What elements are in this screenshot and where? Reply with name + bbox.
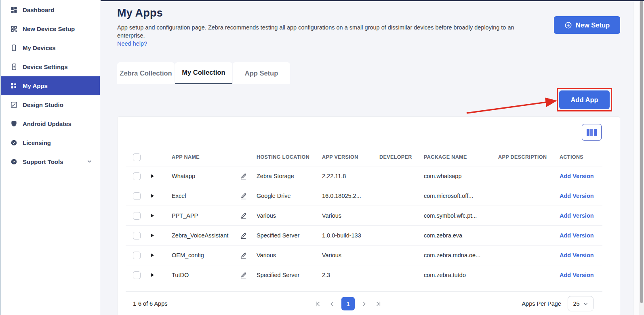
need-help-link[interactable]: Need help? (117, 40, 147, 48)
top-accent-strip (101, 0, 644, 1)
verified-badge-icon (10, 139, 18, 147)
row-checkbox[interactable] (133, 271, 141, 279)
qr-code-icon (10, 25, 18, 33)
columns-icon (587, 129, 589, 136)
edit-icon[interactable] (240, 271, 247, 279)
scrollbar[interactable] (639, 0, 644, 315)
dashboard-icon (10, 6, 18, 14)
add-version-link[interactable]: Add Version (560, 193, 594, 199)
page-description: App setup and configuration page. Zebra … (117, 23, 537, 40)
screen-left-edge (0, 0, 1, 315)
expand-row-icon[interactable] (151, 253, 154, 257)
sidebar-item-android-updates[interactable]: Android Updates (0, 114, 100, 133)
sidebar-item-my-devices[interactable]: My Devices (0, 38, 100, 57)
app-version: Various (322, 252, 379, 258)
edit-icon[interactable] (240, 172, 247, 180)
add-version-link[interactable]: Add Version (560, 212, 594, 219)
row-checkbox[interactable] (133, 192, 141, 200)
edit-icon[interactable] (240, 252, 247, 259)
row-checkbox[interactable] (133, 252, 141, 259)
expand-row-icon[interactable] (151, 214, 154, 218)
per-page-control: Apps Per Page 25 (522, 296, 593, 311)
edit-icon[interactable] (240, 192, 247, 200)
app-name: TutDO (172, 272, 240, 278)
sidebar-item-new-device-setup[interactable]: New Device Setup (0, 19, 100, 38)
expand-row-icon[interactable] (151, 233, 154, 237)
help-circle-icon: ? (10, 158, 18, 166)
sidebar-item-label: Device Settings (23, 63, 68, 70)
add-version-link[interactable]: Add Version (560, 252, 594, 258)
sidebar-item-label: Android Updates (23, 120, 72, 127)
app-version: 16.0.18025.2... (322, 193, 379, 199)
sidebar-item-label: New Device Setup (23, 25, 75, 32)
add-version-link[interactable]: Add Version (560, 173, 594, 179)
page-title: My Apps (117, 7, 620, 19)
app-name: Excel (172, 193, 240, 199)
sidebar-item-label: Design Studio (23, 101, 63, 108)
per-page-label: Apps Per Page (522, 300, 561, 307)
sidebar-item-label: My Apps (23, 82, 48, 89)
add-app-button[interactable]: Add App (559, 90, 610, 109)
sidebar-item-licensing[interactable]: Licensing (0, 133, 100, 152)
tab-my-collection[interactable]: My Collection (175, 62, 232, 84)
sidebar-item-dashboard[interactable]: Dashboard (0, 0, 100, 19)
table-footer: 1-6 of 6 Apps 1 (126, 291, 602, 315)
sidebar-item-label: My Devices (23, 44, 56, 51)
app-name: OEM_config (172, 252, 240, 258)
last-page-button[interactable] (373, 298, 384, 309)
apps-table-card: APP NAME HOSTING LOCATION APP VERSION DE… (117, 116, 620, 315)
table-row: Excel Google Drive 16.0.18025.2... com.m… (126, 186, 602, 206)
sidebar-item-label: Dashboard (23, 6, 54, 13)
smartphone-icon (10, 44, 18, 52)
app-version: 2.3 (322, 272, 379, 278)
row-checkbox[interactable] (133, 232, 141, 239)
package-name: com.whatsapp (424, 173, 498, 179)
edit-icon[interactable] (240, 232, 247, 239)
add-version-link[interactable]: Add Version (560, 232, 594, 239)
new-setup-button[interactable]: New Setup (554, 16, 620, 34)
column-header-developer: DEVELOPER (379, 154, 424, 160)
sidebar-item-device-settings[interactable]: Device Settings (0, 57, 100, 76)
table-row: Whatapp Zebra Storage 2.22.11.8 com.what… (126, 166, 602, 186)
chevron-down-icon (86, 158, 93, 166)
hosting-location: Zebra Storage (257, 173, 322, 179)
column-header-app-description: APP DESCRIPTION (498, 154, 560, 160)
row-checkbox[interactable] (133, 212, 141, 220)
current-page-button[interactable]: 1 (341, 297, 355, 311)
design-cursor-icon (10, 101, 18, 109)
expand-row-icon[interactable] (151, 174, 154, 178)
device-settings-icon (10, 63, 18, 71)
tab-app-setup[interactable]: App Setup (233, 62, 290, 84)
package-name: com.symbol.wfc.pt... (424, 212, 498, 219)
package-name: com.microsoft.off... (424, 193, 498, 199)
edit-icon[interactable] (240, 212, 247, 220)
expand-row-icon[interactable] (151, 273, 154, 277)
annotation-arrow (465, 96, 566, 116)
add-version-link[interactable]: Add Version (560, 272, 594, 278)
apps-icon (10, 82, 18, 90)
per-page-select[interactable]: 25 (568, 296, 593, 311)
scrollbar-gutter (633, 0, 639, 315)
pagination: 1 (312, 297, 384, 311)
plus-circle-icon (564, 21, 572, 29)
scrollbar-thumb[interactable] (640, 1, 643, 303)
shield-icon (10, 120, 18, 128)
package-name: com.zebra.mdna.oe... (424, 252, 498, 258)
next-page-button[interactable] (359, 298, 369, 309)
svg-text:?: ? (13, 160, 15, 164)
hosting-location: Various (257, 252, 322, 258)
hosting-location: Google Drive (257, 193, 322, 199)
sidebar-item-support-tools[interactable]: ? Support Tools (0, 152, 100, 171)
table-row: PPT_APP Various Various com.symbol.wfc.p… (126, 206, 602, 226)
sidebar-item-design-studio[interactable]: Design Studio (0, 95, 100, 114)
tab-zebra-collection[interactable]: Zebra Collection (117, 62, 175, 84)
hosting-location: Various (257, 212, 322, 219)
sidebar-item-label: Support Tools (23, 158, 63, 165)
expand-row-icon[interactable] (151, 194, 154, 198)
column-view-button[interactable] (582, 124, 602, 141)
select-all-checkbox[interactable] (133, 153, 141, 161)
first-page-button[interactable] (312, 298, 323, 309)
previous-page-button[interactable] (327, 298, 337, 309)
sidebar-item-my-apps[interactable]: My Apps (0, 76, 100, 95)
row-checkbox[interactable] (133, 172, 141, 180)
